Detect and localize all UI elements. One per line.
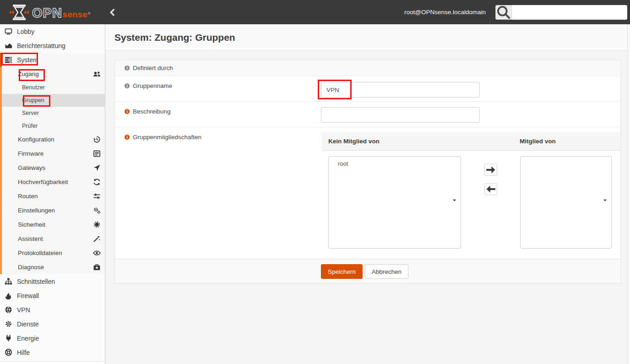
move-left-button[interactable]: [484, 183, 497, 195]
caret-down-icon: [603, 198, 608, 203]
firmware-icon: [93, 150, 101, 158]
users-icon: [93, 70, 101, 78]
sidebar-item-benutzer[interactable]: Benutzer: [2, 81, 105, 94]
sidebar-item-label: Zugang: [18, 71, 39, 77]
opnsense-logo[interactable]: OPN sense ®: [9, 4, 91, 21]
logged-in-user[interactable]: root@OPNsense.localdomain: [404, 9, 486, 16]
content-scroll-edge[interactable]: [627, 24, 630, 364]
medkit-icon: [93, 263, 101, 271]
search-input[interactable]: [512, 5, 627, 20]
sidebar-item-label: Schnittstellen: [17, 278, 55, 285]
search-button[interactable]: [495, 5, 512, 20]
fire-icon: [5, 292, 12, 299]
member-listbox[interactable]: [520, 156, 612, 249]
opnsense-logo-icon: [9, 4, 29, 21]
sidebar-item-label: Gruppen: [22, 97, 44, 103]
top-bar: OPN sense ® root@OPNsense.localdomain: [0, 0, 630, 24]
sidebar-item-server[interactable]: Server: [2, 107, 105, 120]
main-content: System: Zugang: Gruppen Definiert durch …: [105, 24, 630, 364]
form-row-description: Beschreibung: [115, 102, 620, 127]
cancel-button[interactable]: Abbrechen: [365, 264, 408, 279]
sidebar-item-routen[interactable]: Routen: [2, 189, 105, 203]
sidebar-item-zugang[interactable]: Zugang: [2, 67, 105, 81]
sidebar-item-hochverfuegbarkeit[interactable]: Hochverfügbarkeit: [2, 175, 105, 189]
sidebar-item-label: Firmware: [18, 150, 43, 157]
not-member-header: Kein Mitglied von: [322, 138, 520, 145]
listbox-option-root[interactable]: root: [329, 157, 461, 167]
brand-suffix: sense: [63, 9, 87, 21]
sidebar-item-firewall[interactable]: Firewall: [0, 288, 105, 303]
move-right-button[interactable]: [484, 164, 497, 176]
life-ring-icon: [5, 348, 12, 356]
sidebar-item-energie[interactable]: Energie: [0, 331, 105, 345]
not-member-listbox[interactable]: root: [328, 156, 461, 249]
desktop-icon: [5, 27, 12, 35]
sidebar-item-schnittstellen[interactable]: Schnittstellen: [0, 274, 105, 288]
sidebar-item-label: Routen: [18, 193, 38, 200]
defined-by-label: Definiert durch: [133, 65, 173, 71]
magic-wand-icon: [93, 235, 101, 243]
sidebar-item-label: VPN: [17, 306, 30, 314]
eye-icon: [93, 249, 101, 257]
info-icon[interactable]: [124, 65, 130, 71]
sidebar-item-label: Sicherheit: [18, 221, 45, 228]
member-header: Mitglied von: [520, 138, 556, 145]
sidebar-nav: LobbyBerichterstattungSystemZugangBenutz…: [0, 24, 105, 364]
sidebar-item-sicherheit[interactable]: Sicherheit: [2, 217, 105, 232]
sidebar-item-label: Firewall: [17, 292, 39, 299]
page-title: System: Zugang: Gruppen: [114, 32, 235, 43]
sidebar-item-label: Dienste: [17, 321, 38, 328]
refresh-icon: [93, 178, 101, 186]
sidebar-item-label: Gateways: [18, 164, 45, 171]
location-arrow-icon: [93, 164, 101, 172]
move-buttons: [461, 156, 520, 249]
save-button[interactable]: Speichern: [321, 264, 363, 279]
group-edit-form: Definiert durch Gruppenname Beschreibung: [114, 60, 621, 283]
description-input[interactable]: [321, 107, 480, 123]
sidebar-item-label: Hochverfügbarkeit: [18, 179, 68, 185]
sidebar-item-vpn[interactable]: VPN: [0, 303, 105, 317]
sidebar-divider: [0, 361, 105, 362]
plug-icon: [5, 334, 12, 342]
sidebar-collapse-button[interactable]: [108, 8, 117, 17]
memberships-label: Gruppenmitgliedschaften: [133, 134, 201, 141]
sidebar-item-system[interactable]: System: [0, 53, 105, 67]
sidebar-item-label: Lobby: [17, 28, 34, 35]
history-icon: [93, 136, 101, 143]
sidebar-item-label: Assistent: [18, 235, 43, 242]
sidebar-item-label: Benutzer: [22, 84, 45, 91]
tasks-icon: [5, 56, 12, 64]
info-icon[interactable]: [124, 134, 130, 140]
sidebar-item-label: Einstellungen: [18, 207, 55, 214]
sidebar-item-einstellungen[interactable]: Einstellungen: [2, 203, 105, 217]
search-icon: [496, 5, 511, 20]
caret-down-icon: [452, 198, 457, 203]
sidebar-item-gruppen[interactable]: Gruppen: [2, 94, 105, 107]
sidebar-item-diagnose[interactable]: Diagnose: [2, 260, 105, 274]
sidebar-item-label: Diagnose: [18, 264, 44, 271]
arrow-right-icon: [485, 164, 497, 176]
form-row-group-name: Gruppenname: [115, 76, 620, 102]
registered-mark: ®: [88, 7, 91, 21]
sidebar-item-lobby[interactable]: Lobby: [0, 24, 105, 38]
brand-prefix: OPN: [32, 5, 62, 21]
sidebar-item-label: Energie: [17, 335, 39, 342]
sidebar-item-firmware[interactable]: Firmware: [2, 147, 105, 161]
sidebar-item-label: Protokolldateien: [18, 250, 62, 256]
sidebar-item-label: System: [17, 56, 38, 64]
sidebar-item-gateways[interactable]: Gateways: [2, 161, 105, 175]
sidebar-item-label: Prüfer: [22, 123, 38, 129]
sidebar-item-assistent[interactable]: Assistent: [2, 232, 105, 246]
info-icon[interactable]: [124, 83, 130, 89]
chevron-left-icon: [108, 8, 117, 17]
group-name-input[interactable]: [321, 82, 480, 98]
sidebar-item-hilfe[interactable]: Hilfe: [0, 345, 105, 359]
sidebar-item-protokolldateien[interactable]: Protokolldateien: [2, 246, 105, 260]
sidebar-item-pruefer[interactable]: Prüfer: [2, 120, 105, 132]
sidebar-item-dienste[interactable]: Dienste: [0, 317, 105, 331]
system-submenu: ZugangBenutzerGruppenServerPrüferKonfigu…: [0, 67, 105, 274]
sidebar-item-berichterstattung[interactable]: Berichterstattung: [0, 38, 105, 53]
info-icon[interactable]: [124, 109, 130, 114]
sidebar-item-konfiguration[interactable]: Konfiguration: [2, 132, 105, 147]
sidebar-item-label: Server: [22, 110, 39, 116]
